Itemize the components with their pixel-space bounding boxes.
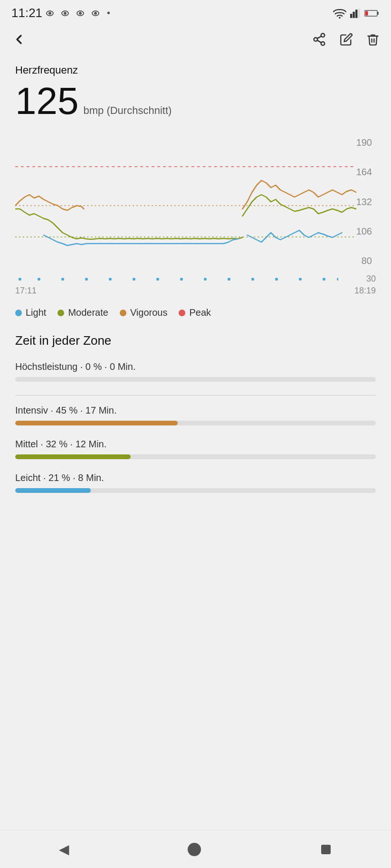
legend-dot-vigorous — [120, 310, 126, 316]
legend-vigorous: Vigorous — [120, 307, 168, 318]
svg-point-35 — [251, 278, 254, 281]
legend-label-peak: Peak — [189, 307, 211, 318]
svg-point-26 — [38, 278, 40, 281]
y-label-80: 80 — [356, 255, 372, 266]
svg-point-28 — [85, 278, 88, 281]
app-icon-4 — [92, 8, 105, 19]
bottom-spacer — [15, 506, 376, 554]
legend-dot-peak — [179, 310, 185, 316]
legend-dot-light — [15, 310, 22, 316]
share-button[interactable] — [312, 32, 326, 47]
heart-rate-number: 125 — [15, 82, 78, 120]
y-label-132: 132 — [356, 197, 372, 208]
svg-point-32 — [180, 278, 183, 281]
legend-label-moderate: Moderate — [68, 307, 108, 318]
dots-row-container: 30 — [15, 274, 376, 284]
svg-rect-14 — [377, 12, 379, 15]
svg-point-1 — [48, 12, 51, 15]
svg-rect-10 — [353, 11, 355, 18]
chart-legend: Light Moderate Vigorous Peak — [15, 307, 376, 318]
zone-intensiv-bar-bg — [15, 421, 376, 425]
zone-leicht-bar-bg — [15, 488, 376, 493]
zone-section-title: Zeit in jeder Zone — [15, 333, 376, 348]
svg-point-37 — [299, 278, 302, 281]
delete-button[interactable] — [366, 33, 380, 46]
dots-value: 30 — [362, 274, 376, 284]
edit-button[interactable] — [340, 33, 353, 46]
svg-rect-11 — [355, 9, 357, 18]
svg-point-5 — [79, 12, 82, 15]
chart-svg-area — [15, 135, 356, 270]
zone-peak-bar-bg — [15, 377, 376, 382]
app-icon-2 — [61, 8, 75, 19]
zone-intensiv: Intensiv · 45 % · 17 Min. — [15, 405, 376, 425]
svg-rect-41 — [321, 845, 331, 854]
zone-section: Zeit in jeder Zone Höchstleistung · 0 % … — [15, 333, 376, 493]
dots-row-svg — [15, 274, 338, 284]
heart-rate-chart: 190 164 132 106 80 — [15, 135, 376, 298]
svg-point-31 — [156, 278, 159, 281]
status-right — [333, 8, 380, 19]
svg-line-19 — [317, 40, 322, 43]
zone-leicht-bar-fill — [15, 488, 91, 493]
heart-rate-section: Herzfrequenz 125 bmp (Durchschnitt) — [15, 64, 376, 120]
y-label-164: 164 — [356, 167, 372, 178]
zone-intensiv-label: Intensiv · 45 % · 17 Min. — [15, 405, 376, 416]
zone-intensiv-bar-fill — [15, 421, 178, 425]
svg-point-3 — [64, 12, 67, 15]
legend-label-vigorous: Vigorous — [130, 307, 168, 318]
zone-mittel: Mittel · 32 % · 12 Min. — [15, 439, 376, 459]
bottom-navigation: ◀ — [0, 830, 391, 868]
zone-peak-label: Höchstleistung · 0 % · 0 Min. — [15, 361, 376, 372]
signal-icon — [350, 8, 361, 19]
heart-rate-unit: bmp (Durchschnitt) — [83, 104, 172, 117]
wifi-icon — [333, 8, 346, 19]
status-left: 11:21 • — [11, 6, 110, 20]
time-start: 17:11 — [15, 286, 37, 296]
svg-point-29 — [109, 278, 112, 281]
zone-mittel-bar-bg — [15, 454, 376, 459]
zone-leicht-label: Leicht · 21 % · 8 Min. — [15, 472, 376, 483]
svg-point-39 — [337, 278, 338, 281]
legend-light: Light — [15, 307, 46, 318]
status-time: 11:21 — [11, 6, 42, 20]
heart-rate-title: Herzfrequenz — [15, 64, 376, 76]
svg-point-25 — [19, 278, 21, 281]
legend-peak: Peak — [179, 307, 211, 318]
zone-mittel-label: Mittel · 32 % · 12 Min. — [15, 439, 376, 450]
svg-point-7 — [94, 12, 97, 15]
legend-dot-moderate — [57, 310, 64, 316]
back-button[interactable] — [11, 32, 27, 47]
battery-icon — [364, 9, 380, 18]
toolbar — [0, 24, 391, 55]
zone-mittel-bar-fill — [15, 454, 131, 459]
nav-back-button[interactable]: ◀ — [59, 841, 69, 857]
chart-svg — [15, 135, 356, 268]
svg-point-30 — [133, 278, 135, 281]
zone-leicht: Leicht · 21 % · 8 Min. — [15, 472, 376, 493]
svg-point-36 — [275, 278, 278, 281]
nav-home-button[interactable] — [187, 842, 202, 857]
app-icon-3 — [76, 8, 90, 19]
heart-rate-value-row: 125 bmp (Durchschnitt) — [15, 82, 376, 120]
nav-home-icon — [187, 842, 202, 857]
status-bar: 11:21 • — [0, 0, 391, 24]
svg-point-33 — [204, 278, 207, 281]
svg-rect-21 — [15, 135, 356, 268]
nav-back-icon: ◀ — [59, 841, 69, 857]
time-end: 18:19 — [354, 286, 376, 296]
divider-1 — [15, 395, 376, 396]
svg-point-8 — [339, 17, 341, 18]
zone-peak: Höchstleistung · 0 % · 0 Min. — [15, 361, 376, 382]
nav-recent-button[interactable] — [319, 843, 333, 856]
toolbar-actions — [312, 32, 380, 47]
notification-dot: • — [107, 8, 110, 19]
svg-point-27 — [61, 278, 64, 281]
svg-line-20 — [317, 36, 322, 38]
app-icon-1 — [46, 8, 59, 19]
legend-moderate: Moderate — [57, 307, 108, 318]
y-label-190: 190 — [356, 137, 372, 148]
svg-point-40 — [188, 843, 201, 856]
nav-recent-icon — [319, 843, 333, 856]
svg-rect-9 — [350, 14, 352, 18]
